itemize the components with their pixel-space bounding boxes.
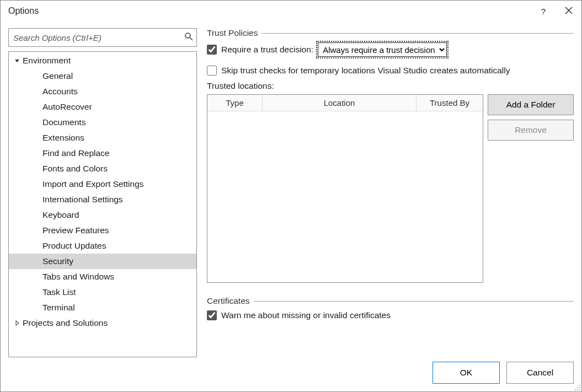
warn-certificates-checkbox[interactable] bbox=[207, 310, 217, 320]
certificates-group-heading: Certificates bbox=[207, 296, 574, 306]
tree-item-documents[interactable]: Documents bbox=[9, 115, 196, 130]
certificates-label: Certificates bbox=[207, 296, 250, 306]
tree-item-find-and-replace[interactable]: Find and Replace bbox=[9, 146, 196, 161]
tree-item-import-and-export-settings[interactable]: Import and Export Settings bbox=[9, 176, 196, 192]
tree-item-task-list[interactable]: Task List bbox=[9, 284, 196, 300]
require-trust-label[interactable]: Require a trust decision: bbox=[221, 45, 313, 55]
tree-item-extensions[interactable]: Extensions bbox=[9, 130, 196, 146]
tree-item-preview-features[interactable]: Preview Features bbox=[9, 223, 196, 238]
tree-item-label: Keyboard bbox=[42, 210, 79, 220]
warn-certificates-label[interactable]: Warn me about missing or invalid certifi… bbox=[221, 310, 391, 320]
tree-item-label: Security bbox=[42, 256, 73, 266]
tree-item-label: Terminal bbox=[42, 303, 75, 313]
tree-item-autorecover[interactable]: AutoRecover bbox=[9, 99, 196, 115]
search-options-wrap bbox=[8, 28, 197, 47]
tree-item-general[interactable]: General bbox=[9, 68, 196, 84]
close-icon bbox=[565, 7, 573, 16]
ok-button[interactable]: OK bbox=[433, 362, 500, 384]
remove-button[interactable]: Remove bbox=[488, 120, 574, 141]
window-title: Options bbox=[8, 6, 39, 16]
tree-item-label: Preview Features bbox=[42, 225, 109, 235]
require-trust-checkbox[interactable] bbox=[207, 45, 217, 55]
trust-policies-group-heading: Trust Policies bbox=[207, 28, 574, 38]
chevron-down-icon bbox=[12, 56, 22, 66]
tree-item-label: International Settings bbox=[42, 195, 123, 205]
tree-item-label: Task List bbox=[42, 287, 76, 297]
skip-trust-label[interactable]: Skip trust checks for temporary location… bbox=[221, 66, 510, 76]
tree-group-environment[interactable]: Environment bbox=[9, 53, 196, 68]
col-location[interactable]: Location bbox=[263, 95, 417, 111]
cancel-button[interactable]: Cancel bbox=[506, 362, 574, 384]
tree-item-label: Accounts bbox=[42, 87, 78, 96]
tree-item-accounts[interactable]: Accounts bbox=[9, 84, 196, 99]
search-options-input[interactable] bbox=[8, 28, 197, 47]
tree-item-international-settings[interactable]: International Settings bbox=[9, 192, 196, 207]
tree-item-keyboard[interactable]: Keyboard bbox=[9, 207, 196, 223]
trusted-locations-table[interactable]: Type Location Trusted By bbox=[207, 94, 483, 283]
options-dialog: Options ? EnvironmentGeneralAccountsAuto… bbox=[0, 0, 582, 392]
tree-item-label: Find and Replace bbox=[42, 148, 110, 158]
tree-item-label: AutoRecover bbox=[42, 102, 92, 112]
tree-item-label: General bbox=[42, 71, 73, 81]
tree-item-label: Documents bbox=[42, 117, 86, 127]
tree-group-label: Environment bbox=[23, 56, 71, 66]
tree-item-tabs-and-windows[interactable]: Tabs and Windows bbox=[9, 269, 196, 284]
tree-group-projects-and-solutions[interactable]: Projects and Solutions bbox=[9, 315, 196, 331]
trusted-locations-label: Trusted locations: bbox=[207, 81, 574, 91]
tree-item-fonts-and-colors[interactable]: Fonts and Colors bbox=[9, 161, 196, 176]
titlebar: Options ? bbox=[1, 1, 581, 22]
tree-item-label: Fonts and Colors bbox=[42, 164, 108, 174]
tree-item-label: Tabs and Windows bbox=[42, 272, 114, 282]
help-icon: ? bbox=[541, 7, 546, 16]
help-button[interactable]: ? bbox=[531, 1, 556, 22]
col-type[interactable]: Type bbox=[207, 95, 263, 111]
tree-item-terminal[interactable]: Terminal bbox=[9, 300, 196, 315]
col-trusted-by[interactable]: Trusted By bbox=[417, 95, 483, 111]
options-tree: EnvironmentGeneralAccountsAutoRecoverDoc… bbox=[8, 51, 197, 357]
tree-item-label: Import and Export Settings bbox=[42, 179, 144, 189]
tree-item-product-updates[interactable]: Product Updates bbox=[9, 238, 196, 254]
require-trust-select[interactable]: Always require a trust decision bbox=[318, 42, 447, 57]
tree-item-label: Extensions bbox=[42, 133, 84, 143]
add-folder-button[interactable]: Add a Folder bbox=[488, 94, 574, 115]
tree-item-label: Product Updates bbox=[42, 241, 106, 251]
close-button[interactable] bbox=[556, 1, 581, 22]
chevron-right-icon bbox=[12, 318, 22, 328]
tree-item-security[interactable]: Security bbox=[9, 254, 196, 269]
trust-policies-label: Trust Policies bbox=[207, 28, 258, 38]
tree-group-label: Projects and Solutions bbox=[23, 318, 108, 328]
skip-trust-checkbox[interactable] bbox=[207, 66, 217, 76]
